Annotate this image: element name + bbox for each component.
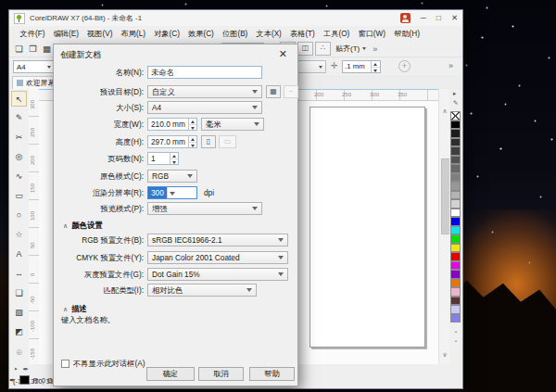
stepper-arrows[interactable] bbox=[371, 61, 380, 72]
menu-view[interactable]: 视图(V) bbox=[83, 29, 117, 39]
shape-tool-icon[interactable]: ✎ bbox=[11, 110, 27, 126]
stepper-arrows[interactable] bbox=[188, 136, 196, 147]
color-swatch[interactable] bbox=[450, 173, 461, 183]
color-swatch[interactable] bbox=[450, 146, 461, 156]
pages-stepper[interactable]: 1 bbox=[147, 152, 179, 165]
preset-select[interactable]: 自定义 bbox=[147, 85, 262, 98]
color-swatch[interactable] bbox=[450, 199, 461, 209]
collapse-icon[interactable]: ∧ bbox=[63, 222, 68, 229]
dont-show-again-checkbox[interactable] bbox=[61, 360, 70, 368]
preview-mode-select[interactable]: 增强 bbox=[147, 202, 262, 215]
palette-scroll-down-icon[interactable]: ⌄ bbox=[449, 328, 462, 334]
stepper-arrows[interactable] bbox=[170, 153, 178, 164]
color-swatch[interactable] bbox=[450, 261, 461, 271]
menu-bitmaps[interactable]: 位图(B) bbox=[218, 29, 251, 39]
menu-text[interactable]: 文本(X) bbox=[252, 29, 285, 39]
snap-to-dropdown[interactable]: 贴齐(T) bbox=[335, 44, 367, 54]
save-icon[interactable]: ▦ bbox=[41, 42, 53, 56]
color-swatch[interactable] bbox=[450, 217, 461, 226]
dialog-close-icon[interactable]: ✕ bbox=[279, 48, 287, 59]
ok-button[interactable]: 确定 bbox=[146, 367, 195, 381]
toolbar-overflow-icon[interactable]: » bbox=[373, 44, 377, 54]
polygon-tool-icon[interactable]: ☆ bbox=[11, 227, 27, 243]
rectangle-tool-icon[interactable]: ▭ bbox=[11, 188, 27, 204]
freehand-tool-icon[interactable]: ∿ bbox=[11, 169, 27, 184]
color-swatch[interactable] bbox=[450, 138, 461, 147]
delete-preset-button[interactable]: − bbox=[284, 85, 298, 98]
color-mode-select[interactable]: RGB bbox=[147, 170, 197, 183]
color-swatch[interactable] bbox=[450, 182, 461, 191]
menu-edit[interactable]: 编辑(E) bbox=[49, 29, 82, 39]
account-icon[interactable] bbox=[400, 13, 411, 23]
palette-expand-icon[interactable]: ⌄ bbox=[449, 337, 462, 343]
color-swatch[interactable] bbox=[450, 270, 461, 279]
property-bar-overflow-icon[interactable]: » bbox=[449, 61, 453, 70]
size-select[interactable]: A4 bbox=[147, 101, 262, 114]
crop-tool-icon[interactable]: ✂ bbox=[11, 130, 27, 145]
color-swatch[interactable] bbox=[450, 234, 461, 244]
page-size-preset-dropdown[interactable]: A4 bbox=[13, 60, 56, 73]
menu-layout[interactable]: 布局(L) bbox=[117, 29, 150, 39]
save-preset-button[interactable]: ▦ bbox=[266, 85, 281, 98]
rgb-profile-select[interactable]: sRGB IEC61966-2.1 bbox=[147, 234, 288, 247]
collapse-icon[interactable]: ∧ bbox=[63, 306, 68, 312]
smart-fill-tool-icon[interactable]: ⊕ bbox=[11, 345, 27, 360]
units-select[interactable]: 毫米 bbox=[201, 118, 264, 131]
zoom-tool-icon[interactable]: ◎ bbox=[11, 149, 27, 165]
description-header[interactable]: ∧描述 bbox=[63, 303, 87, 314]
menu-tools[interactable]: 工具(O) bbox=[319, 29, 353, 39]
color-swatch[interactable] bbox=[450, 314, 461, 323]
portrait-button[interactable]: ▯ bbox=[201, 135, 216, 148]
color-swatch[interactable] bbox=[450, 305, 461, 314]
cmyk-profile-select[interactable]: Japan Color 2001 Coated bbox=[147, 251, 288, 264]
resolution-combo[interactable]: 300 bbox=[147, 186, 197, 199]
color-swatch[interactable] bbox=[450, 156, 461, 165]
color-settings-header[interactable]: ∧颜色设置 bbox=[63, 220, 103, 231]
menu-file[interactable]: 文件(F) bbox=[16, 29, 49, 39]
maximize-button[interactable]: □ bbox=[436, 13, 441, 23]
menu-help[interactable]: 帮助(H) bbox=[390, 29, 424, 39]
menu-object[interactable]: 对象(C) bbox=[150, 29, 184, 39]
palette-flyout-icon[interactable]: ▸ bbox=[453, 90, 456, 97]
show-guidelines-toggle[interactable]: ∴ bbox=[315, 42, 331, 56]
rendering-intent-select[interactable]: 相对比色 bbox=[147, 284, 257, 297]
nudge-offset-stepper[interactable]: .1 mm bbox=[342, 60, 381, 73]
ellipse-tool-icon[interactable]: ○ bbox=[11, 208, 27, 223]
color-swatch[interactable] bbox=[450, 297, 461, 306]
add-button[interactable]: + bbox=[398, 60, 411, 72]
menu-effects[interactable]: 效果(C) bbox=[184, 29, 219, 39]
palette-edit-icon[interactable]: ✎ bbox=[453, 99, 458, 107]
pick-tool-icon[interactable]: ↖ bbox=[11, 91, 27, 107]
transparency-tool-icon[interactable]: ▨ bbox=[11, 305, 27, 321]
dimension-tool-icon[interactable]: ↔ bbox=[11, 266, 27, 282]
color-swatch[interactable] bbox=[450, 226, 461, 235]
interactive-fill-tool-icon[interactable]: ◩ bbox=[11, 324, 27, 340]
color-swatch[interactable] bbox=[450, 120, 461, 130]
color-swatch[interactable] bbox=[450, 252, 461, 261]
height-stepper[interactable]: 297.0 mm bbox=[147, 135, 197, 148]
text-tool-icon[interactable]: A bbox=[11, 247, 27, 262]
cancel-button[interactable]: 取消 bbox=[198, 367, 244, 381]
menu-table[interactable]: 表格(T) bbox=[285, 29, 319, 39]
drop-shadow-tool-icon[interactable]: ❑ bbox=[11, 285, 27, 301]
color-swatch[interactable] bbox=[450, 191, 461, 200]
stepper-arrows[interactable] bbox=[188, 119, 196, 130]
name-input[interactable]: 未命名 bbox=[147, 66, 262, 79]
color-swatch[interactable] bbox=[450, 129, 461, 138]
new-document-icon[interactable]: ❏ bbox=[13, 42, 25, 56]
minimize-button[interactable]: ─ bbox=[421, 13, 426, 23]
show-grid-toggle[interactable]: ◫ bbox=[297, 42, 313, 56]
open-icon[interactable]: ❒ bbox=[27, 42, 39, 56]
width-stepper[interactable]: 210.0 mm bbox=[147, 118, 197, 131]
color-swatch[interactable] bbox=[450, 209, 461, 218]
gray-profile-select[interactable]: Dot Gain 15% bbox=[147, 268, 288, 281]
color-swatch[interactable] bbox=[450, 287, 461, 297]
page-nav-arrow-icon[interactable]: ‣ bbox=[14, 365, 18, 373]
landscape-button[interactable]: ▭ bbox=[219, 135, 236, 148]
color-swatch[interactable] bbox=[450, 164, 461, 173]
menu-window[interactable]: 窗口(W) bbox=[354, 29, 390, 39]
help-button[interactable]: 帮助 bbox=[249, 367, 295, 381]
document-page[interactable] bbox=[310, 107, 425, 348]
color-swatch-none[interactable] bbox=[450, 111, 461, 120]
color-swatch[interactable] bbox=[450, 244, 461, 253]
